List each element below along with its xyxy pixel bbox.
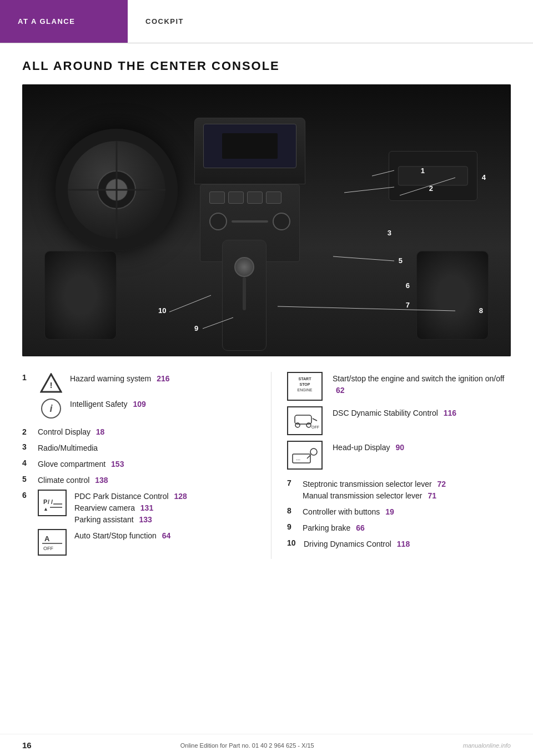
item-hud-ref[interactable]: 90 <box>395 443 404 452</box>
image-label-6: 6 <box>406 281 410 290</box>
item-7-text: Steptronic transmission selector lever 7… <box>303 477 511 502</box>
item-3-number: 3 <box>22 441 32 451</box>
item-auto-stop-number <box>22 529 32 530</box>
image-label-5: 5 <box>399 256 403 265</box>
item-7-manual-label: Manual transmission selector lever <box>303 491 423 500</box>
item-hud-label: Head-up Display <box>333 443 390 452</box>
svg-text:OFF: OFF <box>311 425 319 429</box>
item-10: 10 Driving Dynamics Control 118 <box>287 537 511 550</box>
item-5-number: 5 <box>22 473 32 483</box>
i-circle-icon: i <box>41 399 61 419</box>
car-dashboard-image: 1 2 3 4 5 6 7 8 9 10 <box>22 84 511 356</box>
svg-text:P: P <box>43 498 47 505</box>
item-auto-stop-label: Auto Start/Stop function <box>74 531 157 540</box>
item-9-label: Parking brake <box>303 523 350 532</box>
tab-cockpit[interactable]: COCKPIT <box>128 0 202 43</box>
svg-text:ENGINE: ENGINE <box>298 388 313 392</box>
item-6-parking-ref[interactable]: 133 <box>139 515 152 524</box>
item-auto-stop-ref[interactable]: 64 <box>162 531 171 540</box>
svg-text:!: ! <box>50 381 53 390</box>
item-4-ref[interactable]: 153 <box>111 460 124 468</box>
item-6-pdc-label: PDC Park Distance Control <box>74 492 169 501</box>
item-1b-ref[interactable]: 109 <box>133 400 145 409</box>
item-dsc-label: DSC Dynamic Stability Control <box>333 409 438 417</box>
item-5-text: Climate control 138 <box>38 473 253 486</box>
item-1-text: Hazard warning system 216 <box>70 372 253 385</box>
item-2: 2 Control Display 18 <box>22 426 253 438</box>
hud-icon: --- <box>287 441 323 470</box>
item-8-ref[interactable]: 19 <box>385 507 394 516</box>
item-1b-number <box>22 397 32 399</box>
page-content: ALL AROUND THE CENTER CONSOLE <box>0 43 533 581</box>
item-10-ref[interactable]: 118 <box>397 540 410 548</box>
item-7-manual-ref[interactable]: 71 <box>428 491 436 500</box>
item-1-hazard: 1 ! Hazard warning system 216 <box>22 372 253 394</box>
image-label-8: 8 <box>479 306 483 315</box>
item-3: 3 Radio/Multimedia <box>22 441 253 454</box>
item-3-label: Radio/Multimedia <box>38 443 98 452</box>
item-auto-stop: A OFF Auto Start/Stop function 64 <box>22 529 253 556</box>
page-header: AT A GLANCE COCKPIT <box>0 0 533 43</box>
item-5-ref[interactable]: 138 <box>95 476 108 485</box>
item-start-stop-ref[interactable]: 62 <box>336 386 345 395</box>
item-start-stop-text: Start/stop the engine and switch the ign… <box>333 372 511 396</box>
item-6-parking-label: Parking assistant <box>74 515 134 524</box>
page-number: 16 <box>22 740 32 750</box>
item-1-number: 1 <box>22 372 32 382</box>
item-10-number: 10 <box>287 537 297 547</box>
item-4-text: Glove compartment 153 <box>38 457 253 470</box>
svg-text:START: START <box>299 377 312 381</box>
item-6-rearview-label: Rearview camera <box>74 503 135 512</box>
page-title: ALL AROUND THE CENTER CONSOLE <box>22 59 511 73</box>
item-dsc-text: DSC Dynamic Stability Control 116 <box>333 406 511 419</box>
image-label-10: 10 <box>158 306 166 315</box>
svg-line-3 <box>333 256 394 261</box>
item-start-stop-label: Start/stop the engine and switch the ign… <box>333 374 505 383</box>
dsc-icon: OFF <box>287 406 323 435</box>
item-6: 6 P / / ▲ PDC Park Distance Control <box>22 490 253 526</box>
svg-line-1 <box>344 187 394 193</box>
svg-line-5 <box>169 295 211 312</box>
intelligent-safety-icon: i <box>38 397 64 420</box>
desc-left-column: 1 ! Hazard warning system 216 i <box>22 372 266 559</box>
item-7: 7 Steptronic transmission selector lever… <box>287 477 511 502</box>
item-8-label: Controller with buttons <box>303 507 380 516</box>
item-4-label: Glove compartment <box>38 460 105 468</box>
item-4-number: 4 <box>22 457 32 467</box>
svg-point-23 <box>306 423 311 427</box>
tab-at-a-glance[interactable]: AT A GLANCE <box>0 0 128 43</box>
item-1-ref[interactable]: 216 <box>157 374 169 383</box>
item-7-number: 7 <box>287 477 297 487</box>
item-7-steptronic-ref[interactable]: 72 <box>438 480 446 488</box>
item-dsc-ref[interactable]: 116 <box>444 409 456 417</box>
item-6-parking: Parking assistant 133 <box>74 514 253 526</box>
item-9: 9 Parking brake 66 <box>287 521 511 534</box>
item-4: 4 Glove compartment 153 <box>22 457 253 470</box>
image-label-4: 4 <box>482 173 486 182</box>
item-9-ref[interactable]: 66 <box>356 523 365 532</box>
item-6-number: 6 <box>22 490 32 500</box>
item-hud: --- Head-up Display 90 <box>287 441 511 470</box>
a-off-icon: A OFF <box>38 529 67 556</box>
tab-cockpit-label: COCKPIT <box>145 17 184 26</box>
image-label-1: 1 <box>421 167 425 175</box>
svg-text:---: --- <box>296 457 300 462</box>
item-8: 8 Controller with buttons 19 <box>287 505 511 518</box>
item-6-pdc-ref[interactable]: 128 <box>174 492 187 501</box>
item-1-label: Hazard warning system <box>70 374 151 383</box>
svg-point-22 <box>295 423 300 427</box>
item-9-number: 9 <box>287 521 297 531</box>
item-7-steptronic-label: Steptronic transmission selector lever <box>303 480 432 488</box>
page-footer: 16 Online Edition for Part no. 01 40 2 9… <box>0 734 533 756</box>
item-2-ref[interactable]: 18 <box>96 427 105 436</box>
image-label-2: 2 <box>429 184 433 193</box>
footer-edition: Online Edition for Part no. 01 40 2 964 … <box>180 742 314 749</box>
svg-text:A: A <box>44 535 50 543</box>
descriptions-grid: 1 ! Hazard warning system 216 i <box>22 372 511 559</box>
desc-right-column: START STOP ENGINE Start/stop the engine … <box>271 372 511 559</box>
item-2-number: 2 <box>22 426 32 436</box>
item-auto-stop-text: Auto Start/Stop function 64 <box>74 529 253 542</box>
item-6-rearview-ref[interactable]: 131 <box>140 503 153 512</box>
svg-text:STOP: STOP <box>300 382 310 386</box>
item-dsc: OFF DSC Dynamic Stability Control 116 <box>287 406 511 435</box>
